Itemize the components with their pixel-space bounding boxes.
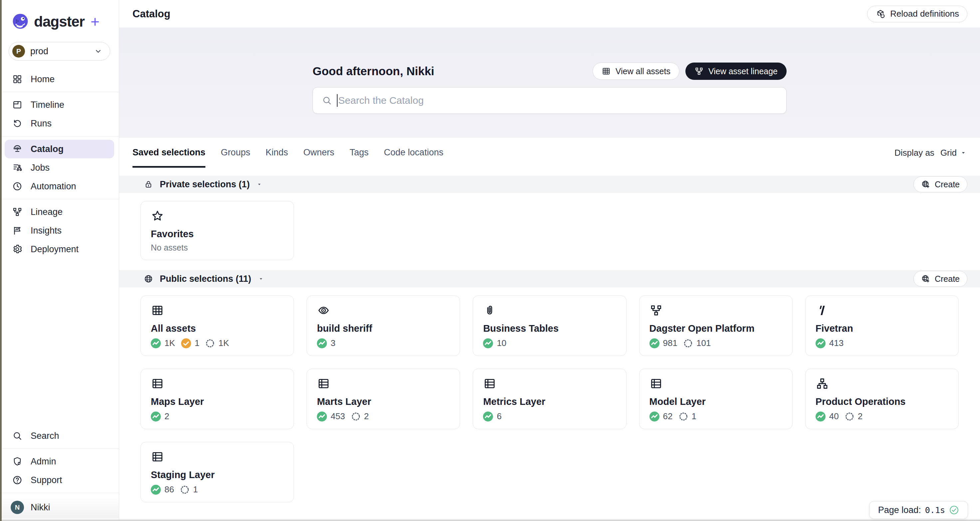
- tab-owners[interactable]: Owners: [303, 138, 334, 168]
- materialized-icon: [317, 338, 327, 348]
- never-materialized-icon: [205, 339, 215, 348]
- stat-value: 101: [696, 338, 711, 348]
- stat-materialized: 6: [483, 411, 501, 421]
- screen-edge: [0, 0, 2, 521]
- deployment-label: prod: [30, 46, 89, 57]
- catalog-hero: Good afternoon, Nikki View all assetsVie…: [119, 28, 980, 138]
- stat-never: 1: [180, 484, 198, 495]
- card-title: Model Layer: [649, 396, 782, 407]
- stat-value: 981: [663, 338, 678, 348]
- divider: [0, 199, 119, 199]
- card-stats: 3: [317, 338, 450, 348]
- card-favorites[interactable]: FavoritesNo assets: [140, 201, 294, 260]
- chevron-down-icon: [94, 47, 103, 56]
- card-build-sheriff[interactable]: build sheriff3: [307, 295, 460, 356]
- brand-name: dagster: [34, 13, 84, 30]
- sidebar-item-timeline[interactable]: Timeline: [0, 95, 119, 114]
- page-title: Catalog: [132, 8, 170, 20]
- stat-never: 101: [683, 338, 711, 348]
- tab-kinds[interactable]: Kinds: [266, 138, 288, 168]
- table-rows-icon: [151, 377, 164, 390]
- app-window: dagster + P prod HomeTimelineRunsCatalog…: [0, 0, 980, 521]
- tab-code-locations[interactable]: Code locations: [384, 138, 444, 168]
- sidebar-item-label: Timeline: [30, 100, 64, 110]
- card-metrics-layer[interactable]: Metrics Layer6: [473, 369, 626, 429]
- stat-never: 1K: [205, 338, 229, 348]
- user-menu[interactable]: N Nikki: [0, 496, 119, 518]
- stat-value: 2: [364, 411, 369, 421]
- card-stats: 402: [816, 411, 948, 421]
- table-rows-icon: [317, 377, 330, 390]
- view-all-assets-button[interactable]: View all assets: [593, 62, 679, 80]
- catalog-search-input[interactable]: [338, 95, 778, 106]
- card-fivetran[interactable]: Fivetran413: [805, 295, 959, 356]
- sidebar-item-home[interactable]: Home: [0, 70, 119, 89]
- view-all-assets-label: View all assets: [616, 67, 670, 76]
- card-model-layer[interactable]: Model Layer621: [639, 369, 792, 429]
- create-button[interactable]: Create: [913, 271, 967, 287]
- card-title: Staging Layer: [151, 469, 284, 480]
- sidebar-item-lineage[interactable]: Lineage: [0, 203, 119, 221]
- dagster-logo[interactable]: dagster +: [0, 11, 119, 32]
- runs-icon: [12, 118, 23, 129]
- sidebar-footer: SearchAdminSupport N Nikki: [0, 427, 119, 521]
- materialized-icon: [649, 338, 659, 348]
- sidebar-item-admin[interactable]: Admin: [0, 452, 119, 471]
- tab-groups[interactable]: Groups: [221, 138, 250, 168]
- section-header-public[interactable]: Public selections (11): [144, 274, 264, 284]
- display-as-dropdown[interactable]: Grid: [940, 148, 967, 158]
- card-subtitle: No assets: [151, 243, 284, 253]
- stat-materialized: 86: [151, 484, 174, 495]
- sidebar-item-label: Admin: [30, 456, 56, 467]
- card-maps-layer[interactable]: Maps Layer2: [140, 369, 294, 429]
- card-product-operations[interactable]: Product Operations402: [805, 369, 959, 429]
- materialized-icon: [151, 485, 161, 495]
- sidebar-item-automation[interactable]: Automation: [0, 177, 119, 195]
- stat-value: 3: [331, 338, 335, 348]
- card-title: Business Tables: [483, 323, 616, 334]
- caret-down-small-icon: [258, 276, 264, 282]
- catalog-search-box[interactable]: [313, 87, 787, 114]
- section-band-private: Private selections (1)Create: [119, 176, 980, 193]
- card-staging-layer[interactable]: Staging Layer861: [140, 442, 294, 502]
- section-header-private[interactable]: Private selections (1): [144, 179, 262, 190]
- card-title: Product Operations: [816, 396, 948, 407]
- globe-icon: [144, 274, 153, 283]
- stat-value: 1: [195, 338, 199, 348]
- card-business-tables[interactable]: Business Tables10: [473, 295, 626, 356]
- sidebar-item-catalog[interactable]: Catalog: [5, 140, 114, 158]
- card-stats: 621: [649, 411, 782, 421]
- card-stats: 10: [483, 338, 616, 348]
- deployment-switcher[interactable]: P prod: [9, 42, 110, 60]
- card-marts-layer[interactable]: Marts Layer4532: [307, 369, 460, 429]
- deployment-avatar: P: [12, 45, 25, 57]
- sidebar-item-label: Automation: [30, 181, 76, 192]
- stat-materialized: 3: [317, 338, 335, 348]
- section-title: Private selections (1): [160, 179, 250, 190]
- sidebar-item-support[interactable]: Support: [0, 471, 119, 489]
- tab-saved-selections[interactable]: Saved selections: [132, 138, 205, 168]
- card-title: build sheriff: [317, 323, 450, 334]
- sidebar-item-search[interactable]: Search: [0, 427, 119, 445]
- view-asset-lineage-button[interactable]: View asset lineage: [686, 62, 787, 80]
- stat-materialized: 10: [483, 338, 506, 348]
- create-button[interactable]: Create: [913, 176, 967, 192]
- materialized-icon: [151, 338, 161, 348]
- sidebar-item-insights[interactable]: Insights: [0, 221, 119, 240]
- stat-value: 62: [663, 411, 673, 421]
- sidebar-item-deployment[interactable]: Deployment: [0, 240, 119, 259]
- fivetran-icon: [816, 304, 829, 317]
- sidebar-item-runs[interactable]: Runs: [0, 114, 119, 133]
- reload-definitions-button[interactable]: Reload definitions: [867, 6, 967, 22]
- card-dagster-open-platform[interactable]: Dagster Open Platform981101: [639, 295, 792, 356]
- avatar: N: [11, 501, 24, 514]
- display-as-control: Display as Grid: [894, 138, 967, 168]
- lineage-icon: [649, 304, 663, 317]
- search-icon: [321, 95, 332, 106]
- display-as-label: Display as: [894, 148, 934, 158]
- tab-tags[interactable]: Tags: [350, 138, 369, 168]
- page-load-label: Page load:: [878, 505, 921, 515]
- card-all-assets[interactable]: All assets1K11K: [140, 295, 294, 356]
- page-load-badge[interactable]: Page load: 0.1s: [869, 501, 968, 519]
- sidebar-item-jobs[interactable]: Jobs: [0, 158, 119, 177]
